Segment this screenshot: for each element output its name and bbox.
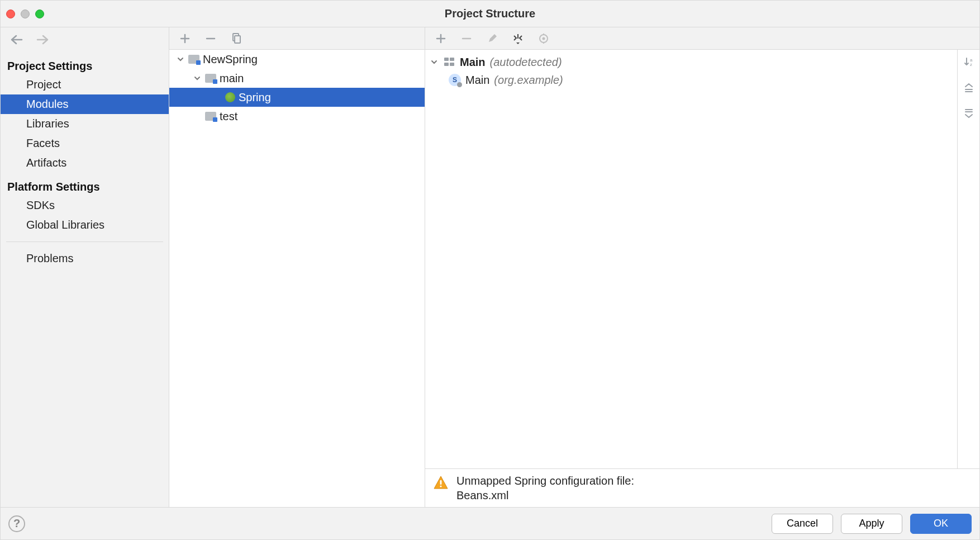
apply-button[interactable]: Apply <box>841 514 902 534</box>
context-group-suffix: (autodetected) <box>490 56 562 69</box>
sidebar-item-global-libraries[interactable]: Global Libraries <box>1 215 169 235</box>
chevron-down-icon <box>193 75 202 82</box>
module-folder-icon <box>205 74 216 83</box>
svg-text:z: z <box>970 62 972 67</box>
tree-node-spring[interactable]: Spring <box>169 88 425 107</box>
window-title: Project Structure <box>1 7 979 20</box>
add-module-button[interactable] <box>177 31 193 46</box>
tree-label: Spring <box>239 91 271 104</box>
modules-panel: NewSpring main Spring test <box>169 27 425 507</box>
svg-point-11 <box>440 485 441 487</box>
tree-label: NewSpring <box>203 53 258 66</box>
context-item-icon: S <box>449 74 461 86</box>
nav-forward-button <box>35 32 51 48</box>
chevron-down-icon <box>176 56 185 63</box>
sidebar-item-problems[interactable]: Problems <box>1 249 169 268</box>
window-close-button[interactable] <box>6 10 15 18</box>
section-project-settings: Project Settings <box>1 52 169 75</box>
tree-label: main <box>220 72 244 85</box>
context-group-icon <box>443 56 455 68</box>
edit-context-button <box>484 31 500 46</box>
dialog-footer: ? Cancel Apply OK <box>1 507 979 539</box>
expand-all-button[interactable] <box>961 80 977 96</box>
sidebar-item-libraries[interactable]: Libraries <box>1 114 169 134</box>
sidebar-item-project[interactable]: Project <box>1 75 169 94</box>
context-tree[interactable]: Main (autodetected) S Main (org.example) <box>425 50 957 468</box>
nav-back-button[interactable] <box>8 32 24 48</box>
cancel-button[interactable]: Cancel <box>772 514 833 534</box>
svg-rect-7 <box>450 63 454 66</box>
tree-label: test <box>220 110 237 123</box>
section-platform-settings: Platform Settings <box>1 173 169 196</box>
warning-text-line2: Beans.xml <box>456 488 634 503</box>
svg-rect-1 <box>235 36 240 43</box>
module-folder-icon <box>188 55 199 64</box>
context-item-suffix: (org.example) <box>494 74 563 87</box>
modules-tree[interactable]: NewSpring main Spring test <box>169 50 425 507</box>
context-item-name: Main <box>465 74 489 87</box>
sidebar-item-facets[interactable]: Facets <box>1 134 169 153</box>
warning-text-line1: Unmapped Spring configuration file: <box>456 473 634 488</box>
tree-node-test[interactable]: test <box>169 107 425 126</box>
add-context-button[interactable] <box>433 31 449 46</box>
context-item-row[interactable]: S Main (org.example) <box>430 71 953 89</box>
ok-button[interactable]: OK <box>910 514 972 534</box>
help-button[interactable]: ? <box>8 515 25 532</box>
svg-rect-4 <box>444 58 449 61</box>
chevron-down-icon <box>430 59 439 65</box>
scan-button <box>536 31 551 46</box>
context-group-row[interactable]: Main (autodetected) <box>430 53 953 71</box>
context-group-name: Main <box>460 56 486 69</box>
sort-button[interactable]: az <box>961 54 977 70</box>
configure-button[interactable] <box>510 31 526 46</box>
collapse-all-button[interactable] <box>961 106 977 121</box>
copy-module-button[interactable] <box>229 31 244 46</box>
modules-toolbar <box>169 27 425 50</box>
svg-point-3 <box>543 37 545 40</box>
remove-context-button <box>459 31 474 46</box>
titlebar: Project Structure <box>1 1 979 27</box>
sidebar-item-artifacts[interactable]: Artifacts <box>1 153 169 173</box>
spring-icon <box>225 92 235 102</box>
sidebar-item-modules[interactable]: Modules <box>1 94 169 114</box>
svg-rect-5 <box>450 58 454 61</box>
tree-node-main[interactable]: main <box>169 69 425 88</box>
window-minimize-button[interactable] <box>21 10 30 18</box>
settings-sidebar: Project Settings Project Modules Librari… <box>1 27 169 507</box>
svg-rect-10 <box>440 480 442 485</box>
tree-node-newspring[interactable]: NewSpring <box>169 50 425 69</box>
remove-module-button[interactable] <box>203 31 218 46</box>
facet-toolbar <box>425 27 979 50</box>
facet-detail-panel: Main (autodetected) S Main (org.example)… <box>425 27 979 507</box>
warning-strip: Unmapped Spring configuration file: Bean… <box>425 468 979 507</box>
module-folder-icon <box>205 112 216 121</box>
window-maximize-button[interactable] <box>35 10 44 18</box>
warning-icon <box>433 475 449 490</box>
svg-rect-6 <box>444 63 449 66</box>
sidebar-divider <box>6 241 163 242</box>
right-side-toolbar: az <box>957 50 979 468</box>
sidebar-item-sdks[interactable]: SDKs <box>1 196 169 215</box>
